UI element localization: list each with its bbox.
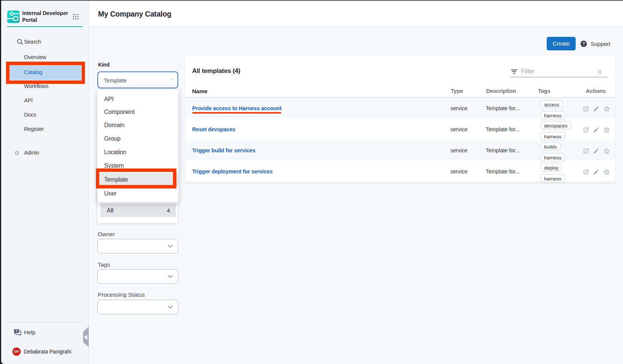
svg-text:?: ? <box>15 329 17 333</box>
